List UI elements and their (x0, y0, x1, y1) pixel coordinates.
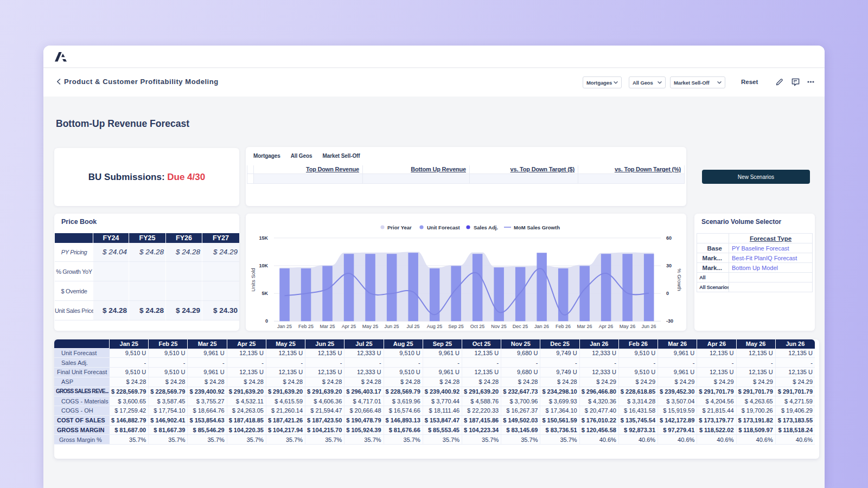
svg-text:May 26: May 26 (620, 324, 636, 329)
svg-text:Mar 26: Mar 26 (577, 324, 592, 329)
svg-text:Unit Forecast: Unit Forecast (427, 224, 461, 230)
svg-text:Apr 25: Apr 25 (342, 324, 356, 329)
svg-text:0: 0 (666, 291, 669, 296)
svg-text:60: 60 (666, 235, 672, 241)
svg-text:MoM Sales Growth: MoM Sales Growth (514, 224, 560, 230)
svg-text:Dec 25: Dec 25 (513, 324, 528, 329)
svg-text:% Growth: % Growth (676, 268, 682, 291)
svg-text:Mar 25: Mar 25 (320, 324, 335, 329)
svg-text:10K: 10K (259, 263, 268, 268)
svg-text:15K: 15K (259, 235, 268, 241)
svg-text:Sales Adj.: Sales Adj. (474, 224, 498, 230)
svg-text:5K: 5K (261, 291, 268, 296)
svg-text:Nov 25: Nov 25 (491, 324, 507, 329)
svg-text:Units Sold: Units Sold (250, 268, 256, 291)
svg-text:Jun 25: Jun 25 (385, 324, 399, 329)
svg-text:Jul 25: Jul 25 (407, 324, 420, 329)
svg-text:30: 30 (666, 263, 672, 268)
svg-text:0: 0 (265, 318, 268, 324)
svg-text:Apr 26: Apr 26 (599, 324, 614, 329)
svg-text:Jan 26: Jan 26 (534, 324, 549, 329)
svg-text:Prior Year: Prior Year (387, 224, 412, 230)
svg-text:-30: -30 (666, 318, 673, 324)
svg-text:Feb 26: Feb 26 (556, 324, 571, 329)
svg-text:Oct 25: Oct 25 (470, 324, 485, 329)
svg-text:Jan 25: Jan 25 (277, 324, 292, 329)
svg-text:Aug 25: Aug 25 (427, 324, 443, 329)
svg-text:Feb 25: Feb 25 (298, 324, 314, 329)
svg-text:Jun 26: Jun 26 (642, 324, 656, 329)
svg-text:Sep 25: Sep 25 (448, 324, 464, 329)
svg-text:May 25: May 25 (362, 324, 379, 329)
